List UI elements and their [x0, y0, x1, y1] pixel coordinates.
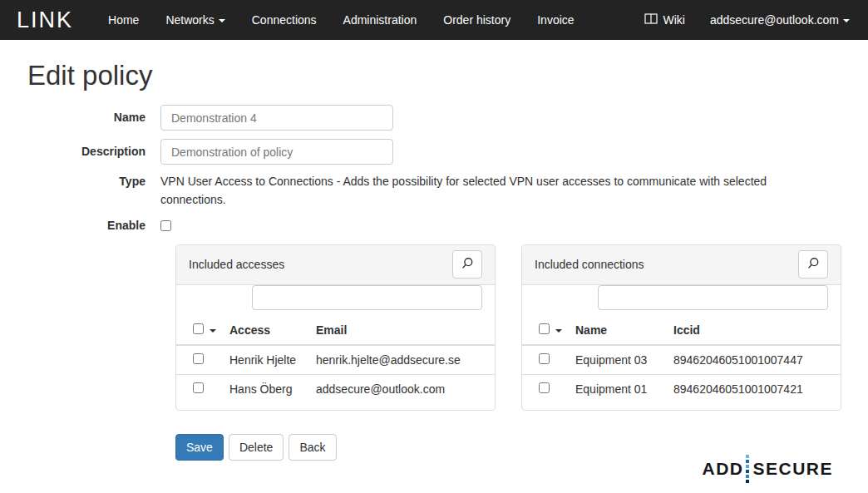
- logo-text-secure: SECURE: [752, 459, 833, 479]
- included-accesses-heading: Included accesses: [176, 245, 495, 285]
- account-email: addsecure@outlook.com: [710, 13, 839, 27]
- accesses-select-all-checkbox[interactable]: [193, 323, 204, 334]
- nav-item-order-history[interactable]: Order history: [430, 13, 524, 27]
- included-connections-title: Included connections: [535, 258, 644, 271]
- chevron-down-icon[interactable]: [555, 329, 562, 333]
- included-accesses-title: Included accesses: [189, 258, 284, 271]
- panels-container: Included accesses Access Email: [175, 244, 868, 411]
- column-header-iccid[interactable]: Iccid: [667, 315, 841, 345]
- nav-item-connections[interactable]: Connections: [239, 13, 330, 27]
- connections-search-row: [522, 285, 841, 310]
- chevron-down-icon: [843, 19, 850, 22]
- enable-label: Enable: [0, 217, 160, 234]
- column-header-name[interactable]: Name: [569, 315, 667, 345]
- search-icon: [461, 257, 474, 273]
- enable-checkbox[interactable]: [160, 220, 171, 231]
- delete-button[interactable]: Delete: [229, 434, 284, 461]
- chevron-down-icon: [219, 19, 225, 22]
- nav-item-networks-label: Networks: [165, 13, 214, 27]
- row-checkbox[interactable]: [539, 382, 550, 393]
- row-checkbox[interactable]: [193, 353, 204, 364]
- type-description: VPN User Access to Connections - Adds th…: [160, 173, 776, 209]
- description-label: Description: [0, 143, 160, 160]
- accesses-search-input[interactable]: [252, 285, 482, 310]
- wiki-label: Wiki: [663, 13, 684, 27]
- enable-row: Enable: [0, 217, 868, 234]
- access-cell: Hans Öberg: [223, 374, 309, 405]
- row-checkbox[interactable]: [539, 353, 550, 364]
- description-input[interactable]: [160, 139, 393, 165]
- connections-search-button[interactable]: [798, 250, 828, 279]
- accesses-table-header: Access Email: [176, 315, 495, 345]
- name-label: Name: [0, 109, 160, 126]
- search-icon: [806, 257, 820, 273]
- addsecure-logo: ADD SECURE: [702, 455, 833, 483]
- table-row: Equipment 01 89462046051001007421: [522, 374, 841, 405]
- table-row: Hans Öberg addsecure@outlook.com: [176, 374, 495, 405]
- nav-item-networks[interactable]: Networks: [152, 13, 238, 27]
- email-cell: henrik.hjelte@addsecure.se: [309, 345, 495, 375]
- name-cell: Equipment 01: [569, 374, 667, 405]
- type-row: Type VPN User Access to Connections - Ad…: [0, 173, 868, 209]
- book-icon: [644, 13, 658, 27]
- name-row: Name: [0, 105, 868, 131]
- table-row: Equipment 03 89462046051001007447: [522, 345, 841, 375]
- connections-select-all-checkbox[interactable]: [539, 323, 550, 334]
- logo-dots: [746, 455, 749, 483]
- brand-logo[interactable]: LINK: [17, 7, 73, 33]
- included-connections-heading: Included connections: [522, 245, 841, 285]
- column-header-email[interactable]: Email: [309, 315, 495, 345]
- accesses-search-row: [176, 285, 495, 310]
- accesses-search-button[interactable]: [452, 250, 482, 279]
- included-accesses-panel: Included accesses Access Email: [175, 244, 496, 411]
- column-header-access[interactable]: Access: [223, 315, 309, 345]
- connections-table-header: Name Iccid: [522, 315, 841, 345]
- description-row: Description: [0, 139, 868, 165]
- navbar-right: Wiki addsecure@outlook.com: [632, 13, 851, 27]
- nav-menu: Home Networks Connections Administration…: [95, 13, 588, 27]
- accesses-table: Access Email Henrik Hjelte henrik.hjelte…: [176, 315, 495, 407]
- type-label: Type: [0, 173, 160, 190]
- nav-item-administration[interactable]: Administration: [330, 13, 431, 27]
- row-checkbox[interactable]: [193, 382, 204, 393]
- nav-item-invoice[interactable]: Invoice: [524, 13, 587, 27]
- top-navbar: LINK Home Networks Connections Administr…: [0, 0, 868, 40]
- included-connections-panel: Included connections Name Iccid: [521, 244, 841, 411]
- iccid-cell: 89462046051001007447: [667, 345, 841, 375]
- logo-text-add: ADD: [702, 459, 743, 479]
- back-button[interactable]: Back: [289, 434, 336, 461]
- chevron-down-icon[interactable]: [210, 329, 216, 333]
- email-cell: addsecure@outlook.com: [309, 374, 495, 405]
- account-menu[interactable]: addsecure@outlook.com: [698, 13, 851, 27]
- connections-search-input[interactable]: [598, 285, 828, 310]
- wiki-link[interactable]: Wiki: [632, 13, 697, 27]
- connections-table: Name Iccid Equipment 03 8946204605100100…: [522, 315, 841, 407]
- page-title: Edit policy: [27, 60, 868, 91]
- table-row: Henrik Hjelte henrik.hjelte@addsecure.se: [176, 345, 495, 375]
- page: LINK Home Networks Connections Administr…: [0, 0, 868, 493]
- access-cell: Henrik Hjelte: [223, 345, 309, 375]
- iccid-cell: 89462046051001007421: [667, 374, 841, 405]
- name-cell: Equipment 03: [569, 345, 667, 375]
- name-input[interactable]: [160, 105, 393, 131]
- save-button[interactable]: Save: [175, 434, 224, 461]
- nav-item-home[interactable]: Home: [95, 13, 152, 27]
